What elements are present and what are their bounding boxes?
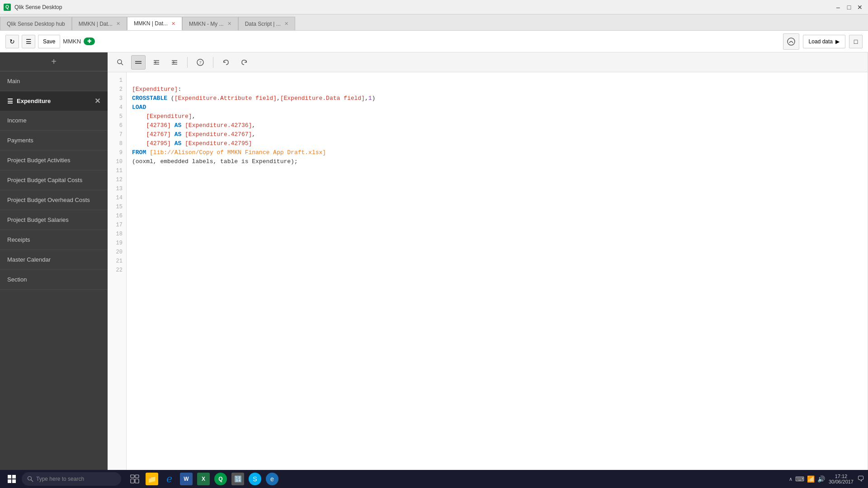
undo-button[interactable] [219,55,233,70]
code-line-7: [42767] AS [Expenditure.42767], [132,130,862,139]
toolbar-separator [187,57,188,68]
sidebar-item-section[interactable]: Section [0,270,108,290]
taskbar-skype[interactable]: S [247,471,263,487]
svg-rect-22 [135,479,139,483]
start-button[interactable] [4,471,20,487]
sidebar-item-pba[interactable]: Project Budget Activities [0,150,108,170]
sidebar-item-master-calendar[interactable]: Master Calendar [0,250,108,270]
sidebar-item-income[interactable]: Income [0,111,108,131]
tab-bar: Qlik Sense Desktop hub MMKN | Dat... ✕ M… [0,14,868,31]
play-icon: ▶ [835,38,840,45]
sidebar-item-payments[interactable]: Payments [0,131,108,150]
taskbar-calculator[interactable]: 🔢 [230,471,246,487]
titlebar-title: Qlik Sense Desktop [14,4,62,10]
search-button[interactable] [113,55,127,70]
add-section-button[interactable]: + [0,52,108,71]
section-title: Expenditure [17,98,51,104]
code-line-19 [132,239,862,248]
tab-close-2[interactable]: ✕ [171,21,175,27]
sidebar-section-expenditure[interactable]: ☰ Expenditure ✕ [0,91,108,111]
tab-close-1[interactable]: ✕ [116,21,120,27]
minimize-button[interactable]: – [834,3,843,12]
layout-toggle-button[interactable]: □ [849,35,863,48]
taskbar-taskview[interactable] [127,471,143,487]
code-content[interactable]: [Expenditure]:CROSSTABLE ([Expenditure.A… [127,72,868,470]
svg-text:?: ? [199,60,202,65]
code-editor[interactable]: 12345 678910 1112131415 1617181920 2122 … [108,72,868,470]
indent-decrease-button[interactable] [149,55,164,70]
redo-button[interactable] [237,55,251,70]
code-line-9: FROM [lib://Alison/Copy of MMKN Finance … [132,148,862,157]
code-line-1 [132,76,862,85]
section-close-icon[interactable]: ✕ [94,97,100,105]
tab-close-4[interactable]: ✕ [284,21,288,27]
tray-expand[interactable]: ∧ [789,476,793,482]
code-line-12 [132,175,862,184]
titlebar: Q Qlik Sense Desktop – □ ✕ [0,0,868,14]
taskbar-edge[interactable]: ℯ [161,471,177,487]
svg-point-1 [118,60,122,64]
sidebar-item-pboc[interactable]: Project Budget Overhead Costs [0,190,108,210]
notification-icon[interactable]: 🗨 [857,475,864,483]
sidebar-item-receipts[interactable]: Receipts [0,230,108,250]
app-name-tag: ✚ [84,38,95,45]
code-line-17 [132,221,862,230]
taskbar-file-explorer[interactable]: 📁 [144,471,160,487]
taskbar-excel[interactable]: X [195,471,212,487]
titlebar-controls: – □ ✕ [834,3,864,12]
editor-area: ? 12345 678910 1112131415 1617181920 212… [108,52,868,470]
taskbar-right: ∧ ⌨ 📶 🔊 17:12 30/06/2017 🗨 [789,474,864,484]
back-button[interactable]: ↻ [5,35,19,48]
load-data-button[interactable]: Load data ▶ [803,35,845,48]
code-line-14 [132,193,862,202]
code-line-15 [132,202,862,211]
restore-button[interactable]: □ [844,3,854,12]
menu-icon: ☰ [7,98,13,105]
taskbar-qlik[interactable]: Q [212,471,229,487]
code-line-4: LOAD [132,103,862,112]
close-button[interactable]: ✕ [855,3,864,12]
app-icon: Q [4,4,11,11]
code-line-16 [132,211,862,221]
sidebar: + Main ☰ Expenditure ✕ Income Payments P… [0,52,108,470]
save-button[interactable]: Save [38,35,60,48]
sidebar-item-pbs[interactable]: Project Budget Salaries [0,210,108,230]
taskbar-word[interactable]: W [178,471,194,487]
svg-rect-16 [12,479,16,483]
insights-button[interactable] [783,33,799,50]
sidebar-item-main[interactable]: Main [0,71,108,91]
plus-icon: + [51,56,57,67]
main-layout: + Main ☰ Expenditure ✕ Income Payments P… [0,52,868,470]
code-line-6: [42736] AS [Expenditure.42736], [132,121,862,130]
svg-rect-4 [135,63,142,64]
tab-close-3[interactable]: ✕ [227,21,231,27]
help-button[interactable]: ? [193,55,208,70]
code-line-13 [132,184,862,193]
tray-keyboard: ⌨ [795,475,804,483]
tab-mmkn-dat-1[interactable]: MMKN | Dat... ✕ [72,17,127,30]
toggle-button[interactable] [131,55,146,70]
taskbar-search-box[interactable]: Type here to search [22,472,121,486]
list-view-button[interactable]: ☰ [22,35,35,48]
indent-increase-button[interactable] [167,55,182,70]
tab-mmkn-dat-2[interactable]: MMKN | Dat... ✕ [127,17,182,30]
svg-rect-13 [8,475,11,479]
taskbar: Type here to search 📁 ℯ W X Q 🔢 S e [0,470,868,488]
code-line-2: [Expenditure]: [132,85,862,94]
code-line-21 [132,257,862,266]
line-numbers: 12345 678910 1112131415 1617181920 2122 [108,72,127,470]
tab-qlik-hub[interactable]: Qlik Sense Desktop hub [0,17,72,30]
taskbar-clock: 17:12 30/06/2017 [829,474,854,484]
taskbar-apps: 📁 ℯ W X Q 🔢 S e [127,471,280,487]
taskbar-ie[interactable]: e [264,471,280,487]
sidebar-item-pbcc[interactable]: Project Budget Capital Costs [0,170,108,190]
svg-rect-21 [131,479,134,483]
code-line-22 [132,266,862,275]
svg-point-17 [28,477,32,480]
tab-mmkn-my[interactable]: MMKN - My ... ✕ [182,17,238,30]
svg-rect-3 [135,61,142,62]
code-line-11 [132,166,862,175]
tab-data-script[interactable]: Data Script | ... ✕ [238,17,295,30]
tray-network: 📶 [807,475,815,483]
code-line-8: [42795] AS [Expenditure.42795] [132,139,862,148]
